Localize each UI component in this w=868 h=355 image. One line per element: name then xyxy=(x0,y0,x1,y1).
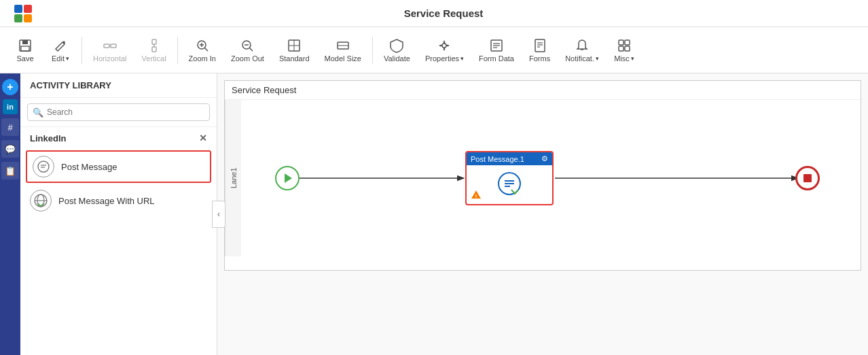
svg-rect-38 xyxy=(625,46,630,51)
validate-button[interactable]: Validate xyxy=(377,35,417,65)
form-data-label: Form Data xyxy=(479,54,514,63)
save-button[interactable]: Save xyxy=(8,35,42,65)
svg-rect-1 xyxy=(24,5,32,13)
edit-label: Edit ▾ xyxy=(52,54,69,63)
task-main-icon xyxy=(496,171,522,199)
start-event[interactable] xyxy=(275,166,300,190)
sidebar-icon-doc[interactable]: 📋 xyxy=(1,162,19,180)
save-label: Save xyxy=(16,54,33,63)
canvas-frame: Service Request Lane1 xyxy=(224,80,861,271)
properties-label: Properties ▾ xyxy=(425,54,464,63)
svg-rect-3 xyxy=(24,14,32,22)
app-logo-icon xyxy=(14,4,33,23)
svg-rect-10 xyxy=(152,39,156,44)
main-area: + in # 💬 📋 ACTIVITY LIBRARY 🔍 LinkedIn ✕… xyxy=(0,73,868,355)
sidebar-icon-plus[interactable]: + xyxy=(2,79,18,95)
end-event[interactable] xyxy=(795,166,820,190)
task-body: ! xyxy=(467,165,552,204)
lane-content: Post Message.1 ⚙ xyxy=(241,100,861,256)
post-message-label: Post Message xyxy=(61,162,117,172)
svg-rect-2 xyxy=(14,14,22,22)
properties-button[interactable]: Properties ▾ xyxy=(418,35,471,65)
search-icon: 🔍 xyxy=(33,107,43,118)
zoom-in-button[interactable]: Zoom In xyxy=(182,35,223,65)
task-header: Post Message.1 ⚙ xyxy=(467,152,552,165)
svg-line-19 xyxy=(250,48,253,51)
horizontal-button[interactable]: Horizontal xyxy=(86,35,134,65)
sidebar-icon-hash[interactable]: # xyxy=(1,118,19,136)
forms-label: Forms xyxy=(529,54,550,63)
sidebar-icon-linkedin[interactable]: in xyxy=(3,99,18,114)
lane-container: Lane1 xyxy=(225,100,861,256)
start-play-icon xyxy=(285,173,292,183)
library-container: ACTIVITY LIBRARY 🔍 LinkedIn ✕ Post Messa… xyxy=(20,73,217,355)
svg-point-39 xyxy=(38,161,49,172)
edit-button[interactable]: Edit ▾ xyxy=(43,35,77,65)
model-size-label: Model Size xyxy=(325,54,361,63)
vertical-label: Vertical xyxy=(142,54,166,63)
library-section-label: LinkedIn xyxy=(30,133,66,143)
form-data-button[interactable]: Form Data xyxy=(472,35,521,65)
misc-button[interactable]: Misc ▾ xyxy=(607,35,641,65)
svg-rect-6 xyxy=(21,46,29,51)
toolbar-sep-1 xyxy=(82,37,82,64)
notifications-label: Notificat. ▾ xyxy=(565,54,599,63)
canvas-label: Service Request xyxy=(225,81,861,100)
svg-rect-37 xyxy=(619,46,623,51)
notifications-button[interactable]: Notificat. ▾ xyxy=(558,35,606,65)
collapse-library-button[interactable]: ‹ xyxy=(212,201,225,228)
lane-label: Lane1 xyxy=(225,100,241,256)
misc-label: Misc ▾ xyxy=(614,54,634,63)
library-section-header: LinkedIn ✕ xyxy=(20,127,217,149)
standard-button[interactable]: Standard xyxy=(272,35,317,65)
svg-rect-36 xyxy=(625,40,630,45)
canvas-area[interactable]: Service Request Lane1 xyxy=(217,73,868,355)
post-message-icon xyxy=(33,156,54,178)
task-settings-icon[interactable]: ⚙ xyxy=(541,154,548,163)
library-section-close[interactable]: ✕ xyxy=(199,133,207,143)
post-message-url-icon xyxy=(30,190,52,212)
library-title: ACTIVITY LIBRARY xyxy=(20,73,217,98)
svg-rect-8 xyxy=(111,44,116,48)
search-input[interactable] xyxy=(27,103,210,121)
svg-text:!: ! xyxy=(475,193,477,199)
svg-rect-0 xyxy=(14,5,22,13)
forms-button[interactable]: Forms xyxy=(522,35,557,65)
header: Service Request xyxy=(0,0,868,27)
sidebar-icon-chat[interactable]: 💬 xyxy=(1,140,19,158)
zoom-in-label: Zoom In xyxy=(189,54,216,63)
activity-library-panel: ACTIVITY LIBRARY 🔍 LinkedIn ✕ Post Messa… xyxy=(20,73,217,355)
model-size-button[interactable]: Model Size xyxy=(318,35,368,65)
post-message-url-label: Post Message With URL xyxy=(58,196,155,206)
task-name: Post Message.1 xyxy=(471,155,524,163)
validate-label: Validate xyxy=(384,54,410,63)
task-node-post-message[interactable]: Post Message.1 ⚙ xyxy=(465,151,554,205)
library-search-area: 🔍 xyxy=(20,98,217,127)
svg-rect-30 xyxy=(535,39,545,52)
svg-rect-5 xyxy=(22,40,28,44)
list-item-post-message-url[interactable]: Post Message With URL xyxy=(20,184,217,217)
standard-label: Standard xyxy=(279,54,310,63)
horizontal-label: Horizontal xyxy=(93,54,127,63)
svg-line-16 xyxy=(204,48,208,51)
list-item-post-message[interactable]: Post Message xyxy=(26,150,211,183)
warning-icon: ! xyxy=(471,190,482,201)
svg-rect-7 xyxy=(104,44,109,48)
vertical-button[interactable]: Vertical xyxy=(135,35,173,65)
svg-rect-11 xyxy=(152,47,156,52)
svg-rect-35 xyxy=(619,40,623,45)
toolbar-sep-3 xyxy=(372,37,373,64)
toolbar: Save Edit ▾ Horizontal Vertical Zoom In … xyxy=(0,27,868,73)
page-title: Service Request xyxy=(33,7,854,19)
toolbar-sep-2 xyxy=(177,37,178,64)
zoom-out-label: Zoom Out xyxy=(231,54,264,63)
end-square-icon xyxy=(803,174,812,182)
zoom-out-button[interactable]: Zoom Out xyxy=(224,35,271,65)
left-icon-sidebar: + in # 💬 📋 xyxy=(0,73,20,355)
